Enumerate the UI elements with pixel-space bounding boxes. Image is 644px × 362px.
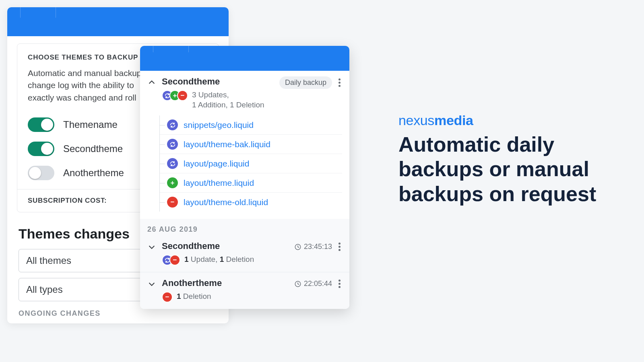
theme-toggle[interactable]: [28, 166, 54, 180]
changed-file-item[interactable]: layout/theme-bak.liquid: [160, 134, 342, 154]
chevron-down-icon[interactable]: [147, 243, 156, 251]
change-entry-collapsed: Secondtheme − 1 Update, 1 Deletion 23:45…: [140, 235, 349, 272]
file-name-link[interactable]: layout/page.liquid: [184, 159, 249, 169]
delete-icon: −: [162, 292, 173, 302]
change-entry-title: Anothertheme: [162, 278, 289, 288]
clock-icon: [294, 243, 301, 251]
change-entry-summary: 1 Update, 1 Deletion: [184, 255, 254, 265]
changed-file-item[interactable]: layout/page.liquid: [160, 154, 342, 173]
change-type-icons: −: [162, 255, 180, 265]
brand-logo: nexusmedia: [398, 113, 612, 128]
brand-light: nexus: [398, 113, 434, 128]
file-name-link[interactable]: layout/theme-old.liquid: [184, 197, 268, 207]
file-name-link[interactable]: layout/theme-bak.liquid: [184, 140, 270, 149]
file-name-link[interactable]: layout/theme.liquid: [184, 178, 254, 188]
change-entry-title: Secondtheme: [162, 76, 274, 87]
add-icon: +: [167, 177, 178, 188]
delete-icon: −: [167, 197, 178, 208]
theme-toggle[interactable]: [28, 117, 54, 132]
changed-file-item[interactable]: − layout/theme-old.liquid: [160, 192, 342, 212]
theme-name-label: Anothertheme: [63, 167, 124, 179]
update-icon: [167, 119, 178, 130]
more-menu-icon[interactable]: [337, 278, 342, 290]
change-entry-expanded: Secondtheme 3 Updates,1 Addition, 1 Dele…: [140, 71, 349, 219]
change-entry-collapsed: Anothertheme − 1 Deletion 22:05:44: [140, 272, 349, 309]
change-type-icons: [162, 90, 188, 101]
file-name-link[interactable]: snippets/geo.liquid: [184, 120, 254, 130]
changed-file-item[interactable]: snippets/geo.liquid: [160, 115, 342, 134]
more-menu-icon[interactable]: [337, 77, 342, 88]
delete-icon: [177, 90, 188, 101]
delete-icon: −: [169, 255, 180, 265]
timestamp: 23:45:13: [294, 243, 332, 251]
promo-heading: Automatic daily backups or manual backup…: [398, 132, 612, 206]
changed-files-list: snippets/geo.liquid layout/theme-bak.liq…: [159, 115, 342, 212]
chevron-down-icon[interactable]: [147, 280, 156, 288]
clock-icon: [294, 280, 301, 288]
update-icon: [167, 158, 178, 169]
card-header-blue: [7, 7, 229, 36]
changed-file-item[interactable]: + layout/theme.liquid: [160, 173, 342, 192]
promo-panel: nexusmedia Automatic daily backups or ma…: [398, 113, 612, 206]
change-entry-title: Secondtheme: [162, 241, 289, 251]
update-icon: [167, 139, 178, 150]
changes-date-label: 26 AUG 2019: [140, 219, 349, 235]
ongoing-changes-label: ONGOING CHANGES: [19, 309, 217, 318]
changes-detail-card: Secondtheme 3 Updates,1 Addition, 1 Dele…: [140, 46, 349, 309]
daily-backup-badge: Daily backup: [279, 76, 332, 89]
change-type-icons: −: [162, 292, 173, 302]
theme-toggle[interactable]: [28, 142, 54, 156]
detail-card-header-blue: [140, 46, 349, 71]
chevron-up-icon[interactable]: [147, 78, 156, 87]
timestamp: 22:05:44: [294, 280, 332, 288]
change-entry-summary: 1 Deletion: [177, 292, 211, 302]
theme-name-label: Themename: [63, 119, 118, 130]
theme-name-label: Secondtheme: [63, 143, 123, 154]
change-entry-summary: 3 Updates,1 Addition, 1 Deletion: [192, 90, 264, 110]
more-menu-icon[interactable]: [337, 241, 342, 253]
brand-bold: media: [434, 113, 473, 128]
